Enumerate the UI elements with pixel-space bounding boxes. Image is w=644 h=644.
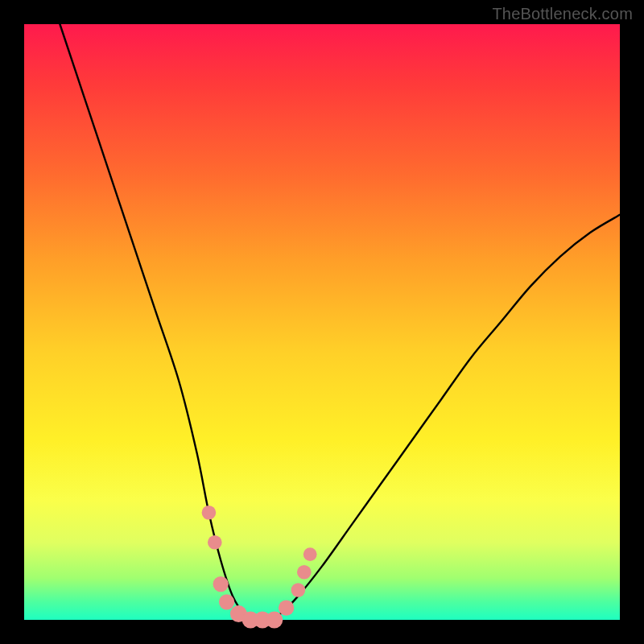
sample-point (303, 547, 317, 561)
sample-point (297, 565, 312, 580)
sample-point (208, 535, 222, 550)
sample-point (202, 506, 217, 520)
plot-area (24, 24, 620, 620)
sample-points (202, 506, 317, 629)
watermark-text: TheBottleneck.com (492, 5, 633, 23)
sample-point (219, 594, 234, 609)
sample-point (213, 576, 229, 592)
bottleneck-curve (60, 24, 620, 621)
sample-point (266, 612, 283, 629)
chart-svg (24, 24, 620, 620)
sample-point (279, 601, 294, 616)
chart-frame: TheBottleneck.com (0, 0, 644, 644)
sample-point (291, 583, 306, 597)
